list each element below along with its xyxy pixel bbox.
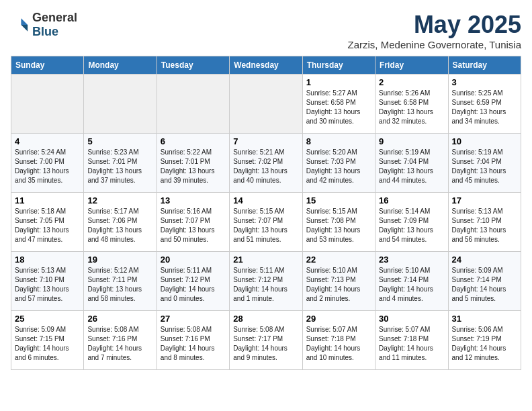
calendar-cell: 17Sunrise: 5:13 AM Sunset: 7:10 PM Dayli… [448,193,521,252]
day-info: Sunrise: 5:09 AM Sunset: 7:15 PM Dayligh… [15,325,80,363]
day-info: Sunrise: 5:19 AM Sunset: 7:04 PM Dayligh… [379,148,444,185]
calendar-week-row: 1Sunrise: 5:27 AM Sunset: 6:58 PM Daylig… [11,75,521,134]
day-number: 27 [161,314,226,324]
calendar-cell: 15Sunrise: 5:15 AM Sunset: 7:08 PM Dayli… [302,193,375,252]
day-info: Sunrise: 5:20 AM Sunset: 7:03 PM Dayligh… [306,148,371,185]
day-info: Sunrise: 5:21 AM Sunset: 7:02 PM Dayligh… [233,148,298,185]
weekday-header: Thursday [302,56,375,75]
day-info: Sunrise: 5:15 AM Sunset: 7:07 PM Dayligh… [233,207,298,244]
calendar-cell: 7Sunrise: 5:21 AM Sunset: 7:02 PM Daylig… [230,134,302,193]
calendar-cell: 10Sunrise: 5:19 AM Sunset: 7:04 PM Dayli… [448,134,521,193]
weekday-header: Tuesday [157,56,229,75]
day-number: 6 [161,136,226,146]
calendar-cell: 14Sunrise: 5:15 AM Sunset: 7:07 PM Dayli… [230,193,302,252]
calendar-week-row: 11Sunrise: 5:18 AM Sunset: 7:05 PM Dayli… [11,193,521,252]
day-info: Sunrise: 5:22 AM Sunset: 7:01 PM Dayligh… [161,148,226,185]
day-number: 21 [233,255,298,265]
day-info: Sunrise: 5:25 AM Sunset: 6:59 PM Dayligh… [452,89,517,126]
day-info: Sunrise: 5:08 AM Sunset: 7:16 PM Dayligh… [87,325,152,363]
calendar-cell: 2Sunrise: 5:26 AM Sunset: 6:58 PM Daylig… [375,75,448,134]
day-number: 5 [87,136,152,146]
day-info: Sunrise: 5:12 AM Sunset: 7:11 PM Dayligh… [87,266,152,304]
day-info: Sunrise: 5:10 AM Sunset: 7:13 PM Dayligh… [306,266,371,304]
calendar-cell: 1Sunrise: 5:27 AM Sunset: 6:58 PM Daylig… [302,75,375,134]
logo-icon [11,15,30,34]
day-info: Sunrise: 5:24 AM Sunset: 7:00 PM Dayligh… [15,148,80,185]
day-number: 11 [15,195,80,205]
day-number: 16 [379,195,444,205]
calendar-cell: 16Sunrise: 5:14 AM Sunset: 7:09 PM Dayli… [375,193,448,252]
calendar-cell [11,75,84,134]
day-number: 12 [87,195,152,205]
calendar-cell: 26Sunrise: 5:08 AM Sunset: 7:16 PM Dayli… [84,311,157,370]
weekday-header-row: SundayMondayTuesdayWednesdayThursdayFrid… [11,56,521,75]
page-header: General Blue May 2025 Zarzis, Medenine G… [11,11,521,50]
svg-marker-1 [21,25,28,32]
day-info: Sunrise: 5:26 AM Sunset: 6:58 PM Dayligh… [379,89,444,126]
calendar-cell: 3Sunrise: 5:25 AM Sunset: 6:59 PM Daylig… [448,75,521,134]
day-number: 15 [306,195,371,205]
location-subtitle: Zarzis, Medenine Governorate, Tunisia [348,39,521,50]
calendar-cell: 6Sunrise: 5:22 AM Sunset: 7:01 PM Daylig… [157,134,229,193]
calendar-cell: 21Sunrise: 5:11 AM Sunset: 7:12 PM Dayli… [230,252,302,311]
day-info: Sunrise: 5:14 AM Sunset: 7:09 PM Dayligh… [379,207,444,244]
calendar-cell: 13Sunrise: 5:16 AM Sunset: 7:07 PM Dayli… [157,193,229,252]
day-number: 18 [15,255,80,265]
day-number: 1 [306,77,371,87]
day-number: 30 [379,314,444,324]
day-number: 2 [379,77,444,87]
day-info: Sunrise: 5:09 AM Sunset: 7:14 PM Dayligh… [452,266,517,304]
calendar-week-row: 4Sunrise: 5:24 AM Sunset: 7:00 PM Daylig… [11,134,521,193]
calendar-cell: 24Sunrise: 5:09 AM Sunset: 7:14 PM Dayli… [448,252,521,311]
calendar-cell: 22Sunrise: 5:10 AM Sunset: 7:13 PM Dayli… [302,252,375,311]
calendar-cell [157,75,229,134]
day-number: 22 [306,255,371,265]
calendar-table: SundayMondayTuesdayWednesdayThursdayFrid… [11,56,521,370]
logo-general: General [32,11,77,24]
title-block: May 2025 Zarzis, Medenine Governorate, T… [348,11,521,50]
day-info: Sunrise: 5:11 AM Sunset: 7:12 PM Dayligh… [233,266,298,304]
day-number: 19 [87,255,152,265]
day-number: 17 [452,195,517,205]
calendar-cell [230,75,302,134]
calendar-cell: 25Sunrise: 5:09 AM Sunset: 7:15 PM Dayli… [11,311,84,370]
calendar-cell: 29Sunrise: 5:07 AM Sunset: 7:18 PM Dayli… [302,311,375,370]
day-number: 14 [233,195,298,205]
calendar-week-row: 25Sunrise: 5:09 AM Sunset: 7:15 PM Dayli… [11,311,521,370]
calendar-cell: 11Sunrise: 5:18 AM Sunset: 7:05 PM Dayli… [11,193,84,252]
calendar-week-row: 18Sunrise: 5:13 AM Sunset: 7:10 PM Dayli… [11,252,521,311]
day-info: Sunrise: 5:15 AM Sunset: 7:08 PM Dayligh… [306,207,371,244]
calendar-cell: 4Sunrise: 5:24 AM Sunset: 7:00 PM Daylig… [11,134,84,193]
calendar-cell: 8Sunrise: 5:20 AM Sunset: 7:03 PM Daylig… [302,134,375,193]
logo-blue: Blue [32,25,58,38]
day-number: 9 [379,136,444,146]
day-info: Sunrise: 5:07 AM Sunset: 7:18 PM Dayligh… [379,325,444,363]
weekday-header: Monday [84,56,157,75]
calendar-cell: 9Sunrise: 5:19 AM Sunset: 7:04 PM Daylig… [375,134,448,193]
day-number: 8 [306,136,371,146]
day-number: 13 [161,195,226,205]
day-number: 10 [452,136,517,146]
day-info: Sunrise: 5:23 AM Sunset: 7:01 PM Dayligh… [87,148,152,185]
day-info: Sunrise: 5:27 AM Sunset: 6:58 PM Dayligh… [306,89,371,126]
day-info: Sunrise: 5:08 AM Sunset: 7:16 PM Dayligh… [161,325,226,363]
day-info: Sunrise: 5:16 AM Sunset: 7:07 PM Dayligh… [161,207,226,244]
calendar-cell: 5Sunrise: 5:23 AM Sunset: 7:01 PM Daylig… [84,134,157,193]
day-info: Sunrise: 5:07 AM Sunset: 7:18 PM Dayligh… [306,325,371,363]
weekday-header: Sunday [11,56,84,75]
calendar-cell: 20Sunrise: 5:11 AM Sunset: 7:12 PM Dayli… [157,252,229,311]
calendar-cell: 12Sunrise: 5:17 AM Sunset: 7:06 PM Dayli… [84,193,157,252]
day-info: Sunrise: 5:08 AM Sunset: 7:17 PM Dayligh… [233,325,298,363]
logo: General Blue [11,11,77,39]
calendar-cell: 23Sunrise: 5:10 AM Sunset: 7:14 PM Dayli… [375,252,448,311]
day-number: 28 [233,314,298,324]
day-number: 29 [306,314,371,324]
day-info: Sunrise: 5:13 AM Sunset: 7:10 PM Dayligh… [15,266,80,304]
calendar-cell [84,75,157,134]
day-info: Sunrise: 5:19 AM Sunset: 7:04 PM Dayligh… [452,148,517,185]
calendar-cell: 18Sunrise: 5:13 AM Sunset: 7:10 PM Dayli… [11,252,84,311]
day-number: 25 [15,314,80,324]
day-number: 4 [15,136,80,146]
day-info: Sunrise: 5:10 AM Sunset: 7:14 PM Dayligh… [379,266,444,304]
calendar-cell: 28Sunrise: 5:08 AM Sunset: 7:17 PM Dayli… [230,311,302,370]
